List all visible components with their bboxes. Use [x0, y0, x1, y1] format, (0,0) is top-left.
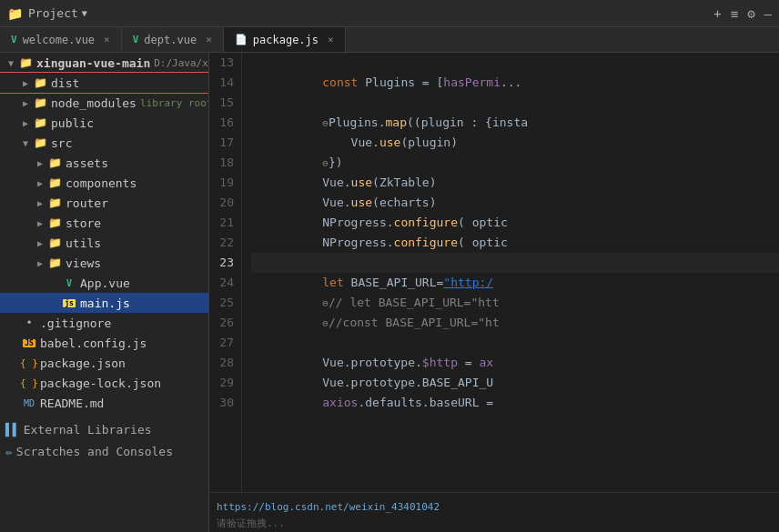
- tree-arrow-icon: [33, 196, 47, 210]
- line-numbers: 13 14 15 16 17 18 19 20 21 22 23 24 25 2…: [209, 53, 242, 492]
- status-url: https://blog.csdn.net/weixin_43401042: [209, 499, 779, 515]
- sidebar-item-src[interactable]: 📁 src: [0, 133, 208, 153]
- tab-close-icon[interactable]: ×: [328, 34, 334, 45]
- sidebar-root[interactable]: 📁 xinguan-vue-main D:/Java/xinguan_maste…: [0, 53, 208, 73]
- code-line-13: const Plugins = [hasPermi...: [251, 53, 779, 73]
- tab-close-icon[interactable]: ×: [104, 34, 110, 45]
- src-label: src: [51, 136, 72, 150]
- readme-label: README.md: [40, 396, 104, 410]
- assets-label: assets: [66, 156, 108, 170]
- sidebar-item-package-lock[interactable]: { } package-lock.json: [0, 373, 208, 393]
- tab-welcome-vue[interactable]: V welcome.vue ×: [0, 27, 122, 52]
- tab-label: package.js: [253, 34, 319, 46]
- sidebar-item-store[interactable]: 📁 store: [0, 213, 208, 233]
- folder-icon: 📁: [47, 216, 62, 230]
- settings-icon[interactable]: ⚙: [747, 6, 754, 21]
- tab-label: welcome.vue: [23, 34, 95, 46]
- tree-arrow-icon: [4, 55, 18, 70]
- top-bar-left: 📁 Project ▼: [0, 6, 95, 21]
- tree-arrow-icon: [18, 95, 33, 110]
- root-path: D:/Java/xinguan_master/xinguan-v: [154, 57, 209, 69]
- sidebar-item-app-vue[interactable]: V App.vue: [0, 273, 208, 293]
- root-label: xinguan-vue-main: [36, 56, 150, 70]
- router-label: router: [66, 196, 108, 210]
- tree-arrow-icon: [18, 115, 33, 130]
- js-file-icon: js: [62, 296, 76, 310]
- line-num: 26: [209, 313, 234, 333]
- folder-icon: 📁: [47, 236, 62, 250]
- json-file-icon: { }: [22, 356, 36, 370]
- sidebar-scratches[interactable]: ✏ Scratches and Consoles: [0, 440, 208, 462]
- line-num: 29: [209, 373, 234, 393]
- vue-file-icon: V: [62, 276, 76, 290]
- editor-area: 13 14 15 16 17 18 19 20 21 22 23 24 25 2…: [209, 53, 779, 532]
- folder-icon: 📁: [47, 156, 62, 170]
- minimize-icon[interactable]: —: [764, 6, 772, 21]
- vue-icon: V: [11, 34, 17, 45]
- main-area: 📁 xinguan-vue-main D:/Java/xinguan_maste…: [0, 53, 779, 532]
- line-num: 16: [209, 113, 234, 133]
- line-num: 24: [209, 273, 234, 293]
- node-modules-label: node_modules: [51, 96, 137, 110]
- json-lock-file-icon: { }: [22, 376, 36, 390]
- tree-arrow-icon: [33, 236, 47, 250]
- sidebar-item-main-js[interactable]: js main.js: [0, 293, 208, 313]
- folder-icon: 📁: [47, 256, 62, 270]
- collapse-icon[interactable]: ≡: [731, 6, 738, 21]
- status-hint: 请验证拖拽...: [209, 515, 779, 532]
- tree-arrow-icon: [18, 75, 33, 90]
- scratches-icon: ✏: [5, 445, 13, 458]
- project-label: Project: [28, 6, 78, 20]
- views-label: views: [66, 256, 101, 270]
- vue-icon: V: [133, 34, 139, 45]
- line-num-active: 23: [209, 253, 234, 273]
- babel-label: babel.config.js: [40, 336, 147, 350]
- tab-dept-vue[interactable]: V dept.vue ×: [122, 27, 224, 52]
- sidebar-item-assets[interactable]: 📁 assets: [0, 153, 208, 173]
- sidebar-item-views[interactable]: 📁 views: [0, 253, 208, 273]
- top-bar-icons: + ≡ ⚙ —: [713, 6, 779, 21]
- line-num: 13: [209, 53, 234, 73]
- sidebar-item-package-json[interactable]: { } package.json: [0, 353, 208, 373]
- sidebar-item-router[interactable]: 📁 router: [0, 193, 208, 213]
- code-lines[interactable]: const Plugins = [hasPermi... ⊖Plugins.ma…: [242, 53, 779, 492]
- tree-arrow-icon: [33, 256, 47, 270]
- tab-package-js[interactable]: 📄 package.js ×: [224, 27, 346, 52]
- components-label: components: [66, 176, 137, 190]
- code-line-23: let BASE_API_URL="http:/: [251, 253, 779, 273]
- md-file-icon: MD: [22, 396, 36, 410]
- scratches-label: Scratches and Consoles: [16, 445, 173, 458]
- project-dropdown[interactable]: Project ▼: [28, 6, 87, 20]
- tree-arrow-icon: [33, 176, 47, 190]
- folder-icon: 📁: [33, 75, 47, 90]
- sidebar-item-components[interactable]: 📁 components: [0, 173, 208, 193]
- add-icon[interactable]: +: [713, 6, 721, 21]
- tab-close-icon[interactable]: ×: [206, 34, 212, 45]
- sidebar-item-node-modules[interactable]: 📁 node_modules library root: [0, 93, 208, 113]
- utils-label: utils: [66, 236, 101, 250]
- json-icon: 📄: [235, 34, 248, 45]
- sidebar-item-readme[interactable]: MD README.md: [0, 393, 208, 413]
- package-json-label: package.json: [40, 356, 126, 370]
- code-line-15: ⊖Plugins.map((plugin : {insta: [251, 93, 779, 113]
- gitignore-label: .gitignore: [40, 316, 111, 330]
- package-lock-label: package-lock.json: [40, 376, 161, 390]
- sidebar-item-public[interactable]: 📁 public: [0, 113, 208, 133]
- sidebar-item-babel[interactable]: JS babel.config.js: [0, 333, 208, 353]
- project-folder-icon: 📁: [7, 6, 23, 21]
- tree-arrow-icon: [33, 156, 47, 170]
- sidebar-item-gitignore[interactable]: • .gitignore: [0, 313, 208, 333]
- line-num: 25: [209, 293, 234, 313]
- line-num: 28: [209, 353, 234, 373]
- app-vue-label: App.vue: [80, 276, 130, 290]
- folder-icon: 📁: [33, 136, 47, 150]
- library-root-label: library root: [140, 97, 209, 109]
- main-js-label: main.js: [80, 296, 130, 310]
- store-label: store: [66, 216, 101, 230]
- folder-icon: 📁: [18, 55, 33, 70]
- sidebar-item-dist[interactable]: 📁 dist: [0, 73, 208, 93]
- sidebar-item-utils[interactable]: 📁 utils: [0, 233, 208, 253]
- line-num: 20: [209, 193, 234, 213]
- sidebar-external-libraries[interactable]: ▌▌ External Libraries: [0, 418, 208, 440]
- tree-arrow-icon: [18, 136, 33, 150]
